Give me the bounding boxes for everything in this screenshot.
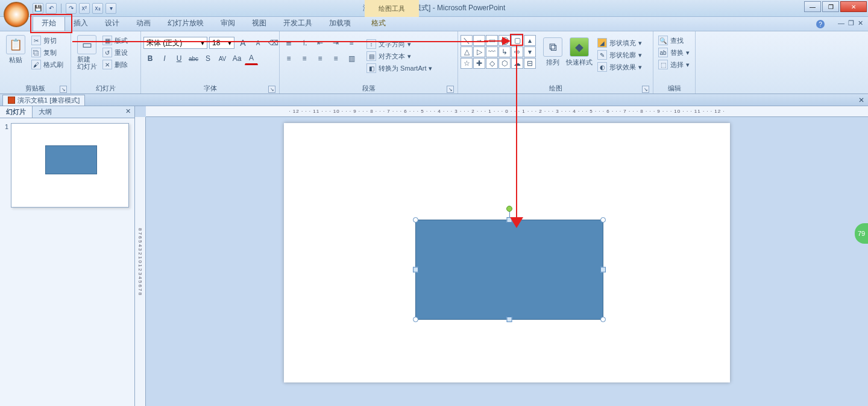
resize-handle-se[interactable] [600, 317, 606, 322]
tab-view[interactable]: 视图 [244, 16, 275, 31]
slide-thumbnail-1[interactable]: 1 [5, 123, 130, 208]
tab-format[interactable]: 格式 [363, 16, 394, 31]
panel-close-button[interactable]: ✕ [122, 106, 134, 118]
tab-slideshow[interactable]: 幻灯片放映 [159, 16, 212, 31]
tab-animations[interactable]: 动画 [128, 16, 159, 31]
align-center-button[interactable]: ≡ [298, 52, 311, 65]
slides-tab[interactable]: 幻灯片 [0, 106, 33, 118]
window-close-button[interactable]: ✕ [840, 1, 867, 12]
mdi-close-button[interactable]: ✕ [858, 19, 863, 27]
underline-button[interactable]: U [172, 52, 186, 65]
replace-button[interactable]: ab替换 ▾ [656, 47, 692, 58]
tab-review[interactable]: 审阅 [212, 16, 244, 31]
window-maximize-button[interactable]: ❐ [822, 1, 839, 12]
horizontal-ruler[interactable]: · 12 · · · 11 · · · 10 · · · 9 · · · 8 ·… [146, 106, 868, 117]
tab-home[interactable]: 开始 [33, 15, 65, 31]
tab-design[interactable]: 设计 [96, 16, 128, 31]
decrease-indent-button[interactable]: ⇤ [313, 36, 327, 49]
shape-callout-icon[interactable]: ◇ [486, 58, 498, 69]
bold-button[interactable]: B [143, 52, 157, 65]
tab-addins[interactable]: 加载项 [321, 16, 359, 31]
qat-superscript-icon[interactable]: x² [79, 3, 90, 14]
document-tab-close-button[interactable]: ✕ [858, 96, 864, 104]
numbering-button[interactable]: ⒈ [298, 36, 311, 49]
shape-arrow-icon[interactable]: → [473, 35, 485, 46]
shape-star-icon[interactable]: ☆ [461, 58, 473, 69]
shape-triangle-icon[interactable]: △ [461, 46, 473, 57]
rectangle-shape[interactable] [415, 220, 603, 320]
resize-handle-w[interactable] [413, 267, 418, 273]
line-spacing-button[interactable]: ≡ [345, 36, 358, 49]
shape-effects-button[interactable]: ◐形状效果 ▾ [595, 62, 644, 72]
find-button[interactable]: 🔍查找 [656, 35, 692, 46]
shrink-font-button[interactable]: A [251, 36, 265, 49]
shadow-button[interactable]: S [201, 52, 215, 65]
arrange-button[interactable]: ⧉ 排列 [539, 35, 566, 67]
document-tab[interactable]: 演示文稿1 [兼容模式] [2, 95, 85, 106]
quick-styles-button[interactable]: ◆ 快速样式 [566, 35, 593, 67]
qat-undo-icon[interactable]: ↶ [46, 3, 57, 14]
outline-tab[interactable]: 大纲 [33, 106, 58, 118]
gallery-more-icon[interactable]: ⊟ [524, 58, 536, 69]
mdi-minimize-button[interactable]: — [838, 19, 844, 27]
drawing-launcher[interactable]: ↘ [642, 86, 649, 93]
side-badge[interactable]: 79 [855, 223, 868, 244]
new-slide-button[interactable]: ▭ 新建 幻灯片 [74, 33, 100, 70]
gallery-up-icon[interactable]: ▴ [524, 35, 536, 46]
vertical-ruler[interactable]: 8 7 6 5 4 3 2 1 0 1 2 3 4 5 6 7 8 [135, 117, 146, 406]
clipboard-launcher[interactable]: ↘ [60, 86, 67, 93]
align-left-button[interactable]: ≡ [282, 52, 295, 65]
qat-subscript-icon[interactable]: x₂ [92, 3, 103, 14]
copy-button[interactable]: ⿻复制 [29, 47, 66, 58]
window-minimize-button[interactable]: — [804, 1, 821, 12]
shape-plus-icon[interactable]: ✚ [473, 58, 485, 69]
shape-fill-button[interactable]: ◢形状填充 ▾ [595, 37, 644, 48]
slide-canvas-wrap[interactable] [146, 117, 868, 406]
resize-handle-nw[interactable] [413, 217, 418, 223]
grow-font-button[interactable]: A [236, 36, 250, 49]
align-text-button[interactable]: ▤对齐文本 ▾ [364, 51, 435, 62]
columns-button[interactable]: ▥ [345, 52, 358, 65]
gallery-down-icon[interactable]: ▾ [524, 46, 536, 57]
select-button[interactable]: ⬚选择 ▾ [656, 59, 692, 70]
clear-format-button[interactable]: ⌫ [266, 36, 280, 49]
shape-rectangle-icon[interactable]: ▭ [486, 35, 498, 46]
convert-smartart-button[interactable]: ◧转换为 SmartArt ▾ [364, 63, 435, 74]
shape-hex-icon[interactable]: ⬡ [498, 58, 511, 69]
shape-rtriangle-icon[interactable]: ▷ [473, 46, 485, 57]
resize-handle-sw[interactable] [413, 317, 418, 322]
qat-save-icon[interactable]: 💾 [33, 3, 43, 14]
shape-line-icon[interactable]: ＼ [461, 35, 473, 46]
help-icon[interactable]: ? [816, 20, 825, 28]
paste-button[interactable]: 📋 粘贴 [2, 33, 29, 65]
align-right-button[interactable]: ≡ [313, 52, 327, 65]
rotation-handle[interactable] [506, 206, 512, 212]
justify-button[interactable]: ≡ [329, 52, 342, 65]
shape-curve-icon[interactable]: 〰 [486, 46, 498, 57]
text-direction-button[interactable]: ↕文字方向 ▾ [364, 39, 435, 49]
shape-arrow2-icon[interactable]: ⇨ [511, 46, 523, 57]
shape-connector-icon[interactable]: ↳ [498, 46, 511, 57]
strike-button[interactable]: abc [187, 52, 200, 65]
office-button[interactable] [4, 2, 29, 27]
resize-handle-ne[interactable] [600, 217, 606, 223]
paragraph-launcher[interactable]: ↘ [447, 86, 454, 93]
tab-developer[interactable]: 开发工具 [275, 16, 321, 31]
font-size-combo[interactable]: 18▾ [209, 37, 234, 49]
shape-rounded-icon[interactable]: ▢ [511, 35, 523, 46]
cut-button[interactable]: ✂剪切 [29, 35, 66, 46]
tab-insert[interactable]: 插入 [65, 16, 96, 31]
char-spacing-button[interactable]: AV [216, 52, 229, 65]
shape-oval-icon[interactable]: ◯ [498, 35, 511, 46]
change-case-button[interactable]: Aa [230, 52, 244, 65]
font-color-button[interactable]: A [245, 52, 258, 65]
shapes-gallery[interactable]: ＼ → ▭ ◯ ▢ ▴ △ ▷ 〰 ↳ ⇨ ▾ ☆ ✚ ◇ ⬡ ☁ ⊟ [461, 35, 536, 69]
italic-button[interactable]: I [158, 52, 171, 65]
format-painter-button[interactable]: 🖌格式刷 [29, 59, 66, 70]
slide-canvas[interactable] [284, 123, 730, 382]
font-launcher[interactable]: ↘ [268, 86, 275, 93]
bullets-button[interactable]: ≣ [282, 36, 295, 49]
delete-slide-button[interactable]: ✕删除 [100, 59, 130, 70]
mdi-restore-button[interactable]: ❐ [848, 19, 854, 27]
shape-outline-button[interactable]: ✎形状轮廓 ▾ [595, 49, 644, 60]
